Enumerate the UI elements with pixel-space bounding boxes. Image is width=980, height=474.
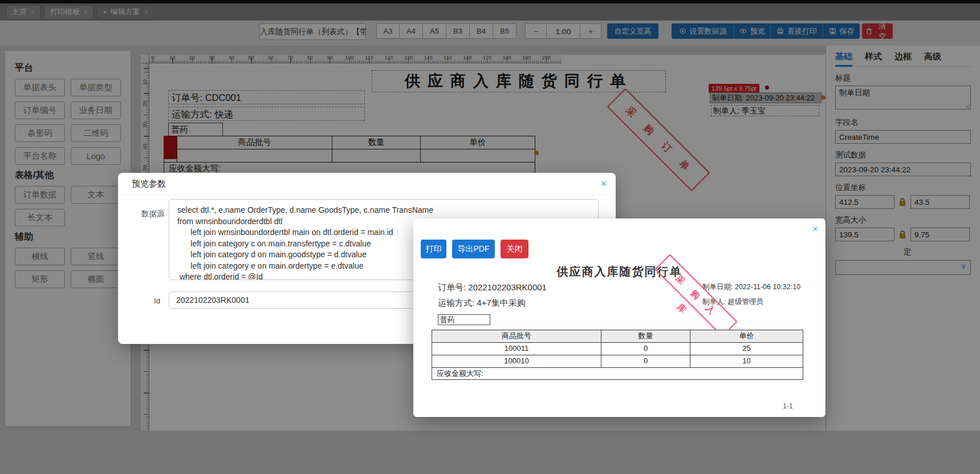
print-button[interactable]: 打印 — [421, 240, 446, 258]
preview-header-qty: 数量 — [601, 330, 690, 342]
preview-header-price: 单价 — [690, 330, 803, 342]
preview-header-batch: 商品批号 — [432, 330, 601, 342]
close-icon[interactable]: × — [812, 224, 818, 234]
preview-cell: 0 — [601, 355, 690, 367]
preview-table-row: 100010 0 10 — [432, 355, 803, 368]
preview-cell: 10 — [690, 355, 803, 367]
preview-drug-type: 普药 — [438, 314, 490, 325]
page-indicator: 1-1 — [783, 402, 793, 410]
preview-table-header-row: 商品批号 数量 单价 — [432, 330, 803, 343]
datasource-label: 数据源 — [141, 209, 165, 219]
modal-title: 预览参数 — [132, 173, 166, 195]
preview-table-footer: 应收金额大写: — [432, 368, 803, 379]
id-label: Id — [154, 297, 160, 305]
preview-create-date: 制单日期: 2022-11-06 10:32:10 — [702, 282, 800, 292]
export-pdf-button[interactable]: 导出PDF — [452, 240, 495, 258]
close-icon[interactable]: × — [600, 179, 607, 189]
close-preview-button[interactable]: 关闭 — [501, 240, 528, 258]
preview-cell: 0 — [601, 343, 690, 355]
preview-cell: 100011 — [432, 343, 601, 355]
preview-doc-title: 供应商入库随货同行单 — [413, 264, 826, 279]
preview-cell: 100010 — [432, 355, 601, 367]
modal-header: 预览参数 × — [118, 173, 616, 195]
preview-transport: 运输方式: 4+7集中采购 — [438, 298, 526, 309]
preview-result-modal: × 打印 导出PDF 关闭 供应商入库随货同行单 订单号: 2022102203… — [413, 218, 826, 417]
preview-order-no: 订单号: 2022102203RK0001 — [438, 282, 547, 293]
preview-table-row: 100011 0 25 — [432, 343, 803, 355]
preview-cell: 25 — [690, 343, 803, 355]
preview-table: 商品批号 数量 单价 100011 0 25 100010 0 10 应收金额大… — [432, 330, 803, 380]
